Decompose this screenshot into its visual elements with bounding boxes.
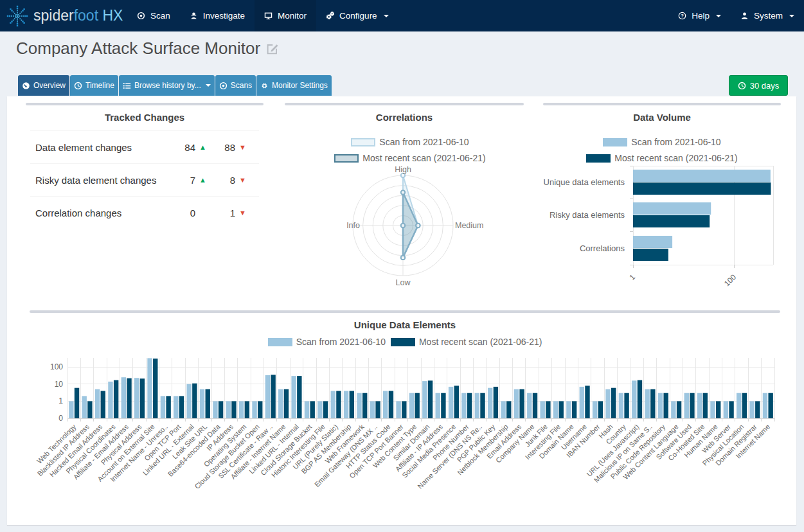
legend-item[interactable]: Scan from 2021-06-10 [351,137,469,147]
list-icon [123,82,131,90]
legend-swatch [351,138,375,146]
scan-target-icon [137,12,145,20]
clock-icon [738,82,746,90]
navbar-menu: ScanInvestigateMonitorConfigure [127,0,398,31]
data-volume-chart: Unique data elementsRisky data elementsC… [543,161,782,299]
radar-axis-label: Info [346,221,360,230]
panel-top-border [30,310,780,313]
tab-browse-history-by[interactable]: Browse history by... [119,75,215,96]
up-arrow-icon: ▲ [195,143,210,151]
page-title: Company Attack Surface Monitor [16,39,260,58]
nav-item-configure[interactable]: Configure [316,0,398,31]
old-value: 84 [166,142,195,153]
tab-scans[interactable]: Scans [215,75,256,96]
correlations-radar-chart: HighMediumLowInfo [285,166,524,301]
legend-item[interactable]: Most recent scan (2021-06-21) [334,153,485,163]
y-axis-tick-label: 0 [58,414,63,423]
caret-down-icon [206,84,211,87]
tab-monitor-settings[interactable]: Monitor Settings [256,75,332,96]
monitor-icon [264,12,272,20]
down-arrow-icon: ▼ [235,209,249,217]
unique-data-elements-panel: Unique Data Elements Scan from 2021-06-1… [30,310,780,347]
new-value: 1 [210,208,235,218]
brand[interactable]: spiderfoot HX [0,0,127,31]
nav-item-help[interactable]: ?Help [668,0,731,31]
unique-data-elements-chart: 1001010Web TechnologyBlacklisted IP Addr… [30,355,780,529]
data-volume-category-label: Correlations [580,244,625,253]
navbar: spiderfoot HX ScanInvestigateMonitorConf… [0,0,804,31]
gears-icon [326,12,334,20]
data-volume-category-label: Risky data elements [549,210,625,220]
tab-overview[interactable]: Overview [18,75,69,96]
tracked-changes-row: Correlation changes01▼ [30,196,259,229]
up-arrow-icon: ▲ [195,176,210,184]
radar-axis-label: Medium [455,221,483,230]
y-axis-tick-label: 10 [55,380,64,389]
tracked-changes-title: Tracked Changes [26,103,264,123]
data-volume-x-tick: 1 [627,272,637,282]
legend-swatch [334,154,359,163]
down-arrow-icon: ▼ [235,176,249,184]
nav-item-monitor[interactable]: Monitor [255,0,316,31]
clock-icon [74,82,82,90]
data-volume-x-tick: 100 [722,272,738,288]
brand-text: spiderfoot HX [33,7,123,24]
caret-down-icon [384,15,389,17]
user-icon [740,12,749,20]
legend-item[interactable]: Scan from 2021-06-10 [603,137,720,147]
content-card: Tracked Changes Data element changes84▲8… [7,96,796,525]
panel-top-border [285,103,524,105]
dashboard-icon [22,82,30,90]
data-volume-category-label: Unique data elements [544,177,625,187]
radar-axis-label: High [395,166,411,174]
panel-top-border [543,103,781,105]
legend-item[interactable]: Scan from 2021-06-10 [268,337,386,347]
help-circle-icon: ? [678,12,686,20]
page-title-row: Company Attack Surface Monitor [16,39,279,58]
tracked-changes-rows: Data element changes84▲88▼Risky data ele… [26,130,264,229]
clock-icon [738,82,746,90]
edit-icon[interactable] [267,42,279,55]
edit-icon [267,42,279,55]
tracked-changes-panel: Tracked Changes Data element changes84▲8… [26,103,264,229]
legend-item[interactable]: Most recent scan (2021-06-21) [391,337,542,347]
tab-bar: OverviewTimelineBrowse history by...Scan… [18,75,332,96]
spiderweb-icon [6,5,28,27]
down-arrow-icon: ▼ [235,143,249,151]
navbar-right-menu: ?HelpSystem [668,0,804,31]
target-icon [219,82,228,90]
data-volume-panel: Data Volume Scan from 2021-06-10Most rec… [543,103,781,163]
correlations-legend: Scan from 2021-06-10Most recent scan (20… [285,137,524,163]
nav-item-system[interactable]: System [731,0,804,31]
tracked-changes-row: Risky data element changes7▲8▼ [30,163,259,196]
spiderweb-logo-icon [6,5,28,27]
data-volume-legend: Scan from 2021-06-10Most recent scan (20… [543,137,781,163]
data-volume-title: Data Volume [543,103,781,123]
legend-swatch [391,338,415,346]
spy-icon [190,12,198,20]
tab-timeline[interactable]: Timeline [70,75,118,96]
legend-swatch [603,138,627,146]
unique-data-elements-title: Unique Data Elements [30,310,780,330]
gear-icon [260,82,269,90]
tracked-changes-row: Data element changes84▲88▼ [30,130,259,163]
x-axis-category-label: Hacked Email Address [48,423,104,479]
svg-text:?: ? [681,13,684,19]
new-value: 8 [210,175,235,186]
new-value: 88 [210,142,235,153]
old-value: 7 [166,175,195,186]
old-value: 0 [166,208,195,218]
correlations-title: Correlations [285,103,524,123]
legend-swatch [268,338,292,346]
caret-down-icon [716,15,721,17]
y-axis-tick-label: 1 [58,396,63,405]
caret-down-icon [789,15,794,17]
nav-item-investigate[interactable]: Investigate [180,0,255,31]
radar-axis-label: Low [396,278,411,287]
nav-item-scan[interactable]: Scan [127,0,180,31]
period-button[interactable]: 30 days [729,75,788,96]
unique-data-elements-legend: Scan from 2021-06-10Most recent scan (20… [30,337,780,347]
correlations-panel: Correlations Scan from 2021-06-10Most re… [285,103,524,163]
y-axis-tick-label: 100 [50,362,63,371]
panel-top-border [26,103,264,105]
